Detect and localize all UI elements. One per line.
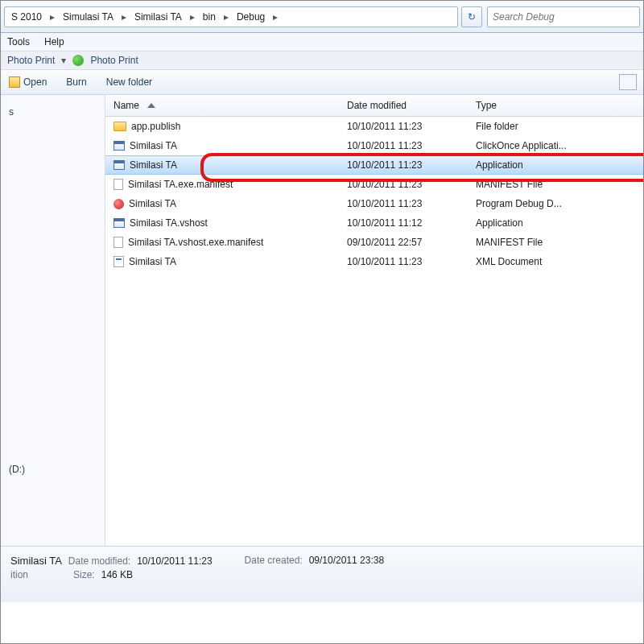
table-row[interactable]: app.publish10/10/2011 11:23File folder xyxy=(105,117,643,136)
chevron-right-icon: ▸ xyxy=(222,11,230,23)
file-type: ClickOnce Applicati... xyxy=(468,135,643,156)
table-row[interactable]: Similasi TA10/10/2011 11:23Application xyxy=(105,155,643,175)
file-list: Name Date modified Type app.publish10/10… xyxy=(105,95,643,546)
app-icon xyxy=(114,218,125,228)
file-type: MANIFEST File xyxy=(468,174,643,195)
file-icon xyxy=(114,237,123,248)
toolbar: Open Burn New folder xyxy=(1,70,643,95)
column-name[interactable]: Name xyxy=(105,95,339,116)
dropdown-icon: ▾ xyxy=(61,55,66,66)
folder-icon xyxy=(114,122,126,131)
file-date: 10/10/2011 11:23 xyxy=(339,155,468,175)
open-icon xyxy=(9,76,20,88)
column-type[interactable]: Type xyxy=(468,95,643,116)
nav-item[interactable]: s xyxy=(9,106,97,118)
file-date: 10/10/2011 11:23 xyxy=(339,116,468,137)
menu-bar: Tools Help xyxy=(1,33,643,52)
app-icon xyxy=(114,160,125,170)
chevron-right-icon: ▸ xyxy=(271,11,279,23)
details-date-modified-label: Date modified: xyxy=(68,555,130,567)
file-icon xyxy=(114,179,123,190)
table-row[interactable]: Similasi TA10/10/2011 11:23XML Document xyxy=(105,252,643,271)
file-name: app.publish xyxy=(131,121,180,132)
file-date: 10/10/2011 11:23 xyxy=(339,174,468,195)
breadcrumb[interactable]: S 2010 ▸ Simulasi TA ▸ Similasi TA ▸ bin… xyxy=(4,6,458,27)
menu-help[interactable]: Help xyxy=(44,36,64,47)
address-bar: S 2010 ▸ Simulasi TA ▸ Similasi TA ▸ bin… xyxy=(1,1,643,33)
nav-pane: s (D:) xyxy=(1,95,105,546)
chevron-right-icon: ▸ xyxy=(120,11,128,23)
file-name: Similasi TA xyxy=(129,198,176,209)
breadcrumb-item[interactable]: Similasi TA xyxy=(128,7,188,27)
details-size-label: Size: xyxy=(73,569,95,580)
chevron-right-icon: ▸ xyxy=(48,11,56,23)
xml-icon xyxy=(114,256,124,267)
photo-print-1[interactable]: Photo Print xyxy=(7,55,55,66)
details-name: Similasi TA xyxy=(10,555,62,567)
pdb-icon xyxy=(114,199,124,209)
file-name: Similasi TA xyxy=(130,140,177,151)
column-date[interactable]: Date modified xyxy=(339,95,468,116)
burn-button[interactable]: Burn xyxy=(66,76,86,88)
new-folder-button[interactable]: New folder xyxy=(106,76,152,88)
details-date-modified: 10/10/2011 11:23 xyxy=(137,555,212,567)
file-date: 10/10/2011 11:23 xyxy=(339,251,468,272)
photo-print-2[interactable]: Photo Print xyxy=(90,55,138,66)
refresh-icon: ↻ xyxy=(468,11,476,23)
nav-drive[interactable]: (D:) xyxy=(9,464,97,475)
open-label: Open xyxy=(23,76,47,88)
file-date: 09/10/2011 22:57 xyxy=(339,232,468,253)
rows: app.publish10/10/2011 11:23File folderSi… xyxy=(105,117,643,271)
file-type: MANIFEST File xyxy=(468,232,643,253)
file-date: 10/10/2011 11:23 xyxy=(339,135,468,156)
sort-ascending-icon xyxy=(147,103,155,108)
column-headers: Name Date modified Type xyxy=(105,95,643,117)
app-icon xyxy=(114,141,125,151)
file-type: XML Document xyxy=(468,251,643,272)
file-type: Application xyxy=(468,155,643,175)
table-row[interactable]: Similasi TA.exe.manifest10/10/2011 11:23… xyxy=(105,175,643,194)
breadcrumb-item[interactable]: S 2010 xyxy=(5,7,48,27)
details-type: ition xyxy=(10,569,28,580)
file-type: Program Debug D... xyxy=(468,193,643,214)
file-date: 10/10/2011 11:23 xyxy=(339,193,468,214)
file-type: Application xyxy=(468,213,643,233)
details-pane: Similasi TA Date modified: 10/10/2011 11… xyxy=(1,546,643,602)
breadcrumb-item[interactable]: Debug xyxy=(230,7,271,27)
file-name: Similasi TA xyxy=(129,256,176,267)
main-area: s (D:) Name Date modified Type app.publi… xyxy=(1,95,643,546)
details-size: 146 KB xyxy=(101,569,133,580)
menu-tools[interactable]: Tools xyxy=(7,36,30,47)
file-name: Similasi TA.vshost xyxy=(130,217,208,229)
chevron-right-icon: ▸ xyxy=(188,11,196,23)
column-name-label: Name xyxy=(114,100,139,111)
table-row[interactable]: Similasi TA.vshost.exe.manifest09/10/201… xyxy=(105,233,643,252)
table-row[interactable]: Similasi TA.vshost10/10/2011 11:12Applic… xyxy=(105,213,643,233)
search-box[interactable] xyxy=(487,6,640,27)
details-date-created-label: Date created: xyxy=(245,555,303,566)
view-switcher[interactable] xyxy=(619,74,637,90)
refresh-button[interactable]: ↻ xyxy=(461,6,482,27)
file-name: Similasi TA.exe.manifest xyxy=(128,179,233,190)
photo-print-icon xyxy=(72,55,84,66)
details-date-created: 09/10/2011 23:38 xyxy=(309,555,384,566)
breadcrumb-item[interactable]: Simulasi TA xyxy=(56,7,120,27)
file-name: Similasi TA xyxy=(130,159,177,171)
extra-toolbar: Photo Print ▾ Photo Print xyxy=(1,52,643,70)
file-type: File folder xyxy=(468,116,643,137)
table-row[interactable]: Similasi TA10/10/2011 11:23ClickOnce App… xyxy=(105,136,643,155)
table-row[interactable]: Similasi TA10/10/2011 11:23Program Debug… xyxy=(105,194,643,213)
breadcrumb-item[interactable]: bin xyxy=(196,7,222,27)
open-button[interactable]: Open xyxy=(9,76,47,88)
search-input[interactable] xyxy=(493,11,634,23)
file-name: Similasi TA.vshost.exe.manifest xyxy=(128,237,263,248)
file-date: 10/10/2011 11:12 xyxy=(339,213,468,233)
